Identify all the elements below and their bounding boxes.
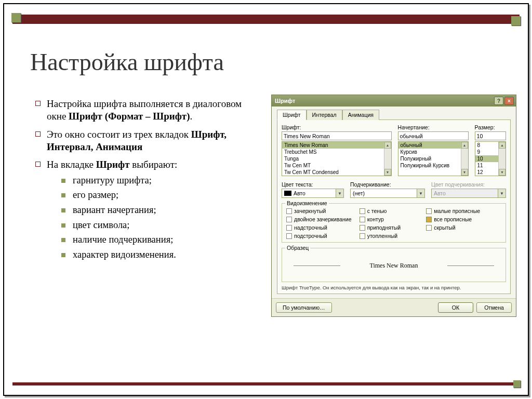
color-combo[interactable]: Авто ▼ xyxy=(282,189,344,198)
sub-bullet-6: характер видоизменения. xyxy=(61,249,254,261)
swatch-icon xyxy=(284,191,291,196)
bullet-3-post: выбирают: xyxy=(130,159,178,170)
sub-bullet-1: гарнитуру шрифта; xyxy=(61,175,254,187)
chevron-down-icon[interactable]: ▼ xyxy=(417,189,424,197)
font-item-1[interactable]: Trebuchet MS xyxy=(282,149,391,155)
tabs: Шрифт Интервал Анимация xyxy=(277,110,511,120)
close-button[interactable]: × xyxy=(504,97,514,105)
tab-panel-font: Шрифт: Times New Roman Trebuchet MS Tung… xyxy=(277,119,511,294)
bullet-1-bold: Шрифт (Формат – Шрифт) xyxy=(69,111,190,122)
bullet-2: Это окно состоит из трех вкладок Шрифт, … xyxy=(35,128,254,154)
chk-superscript[interactable]: надстрочный xyxy=(286,224,355,231)
font-dialog: Шрифт ? × Шрифт Интервал Анимация Шрифт:… xyxy=(271,95,516,317)
ok-button[interactable]: ОК xyxy=(438,302,473,313)
dialog-body: Шрифт Интервал Анимация Шрифт: Times New… xyxy=(272,107,516,298)
slide-content: Настройка шрифта выполняется в диалогово… xyxy=(35,98,254,267)
underline-value: (нет) xyxy=(353,190,365,196)
font-item-3[interactable]: Tw Cen MT xyxy=(282,162,391,169)
size-label: Размер: xyxy=(475,124,506,130)
dialog-title: Шрифт xyxy=(275,98,295,104)
font-listbox[interactable]: Times New Roman Trebuchet MS Tunga Tw Ce… xyxy=(282,141,392,176)
underline-color-value: Авто xyxy=(434,190,446,196)
color-label: Цвет текста: xyxy=(282,181,344,188)
underline-label: Подчеркивание: xyxy=(350,181,425,188)
style-scrollbar[interactable]: ▲ ▼ xyxy=(461,142,468,176)
font-hint: Шрифт TrueType. Он используется для выво… xyxy=(282,285,506,290)
chk-smallcaps[interactable]: малые прописные xyxy=(426,208,501,214)
bullet-1: Настройка шрифта выполняется в диалогово… xyxy=(35,98,254,123)
chk-hidden[interactable]: скрытый xyxy=(426,224,501,231)
font-item-0[interactable]: Times New Roman xyxy=(282,142,391,149)
scroll-down-icon[interactable]: ▼ xyxy=(499,169,506,176)
chk-subscript[interactable]: подстрочный xyxy=(286,233,355,239)
scroll-up-icon[interactable]: ▲ xyxy=(384,142,391,149)
chevron-down-icon[interactable]: ▼ xyxy=(336,189,343,197)
sub-bullet-5: наличие подчеркивания; xyxy=(61,234,254,246)
bullet-3-bold: Шрифт xyxy=(96,159,130,170)
effects-fieldset: Видоизменение зачеркнутый с тенью малые … xyxy=(282,203,506,243)
font-input[interactable] xyxy=(282,131,392,140)
chevron-down-icon: ▼ xyxy=(498,189,506,197)
style-input[interactable] xyxy=(398,131,469,140)
bullet-3-pre: На вкладке xyxy=(47,159,96,170)
size-scrollbar[interactable]: ▲ ▼ xyxy=(498,142,506,176)
color-value: Авто xyxy=(294,190,305,196)
slide: Настройка шрифта Настройка шрифта выполн… xyxy=(3,3,529,396)
sample-legend: Образец xyxy=(285,245,310,251)
scroll-down-icon[interactable]: ▼ xyxy=(384,169,391,176)
sample-fieldset: Образец Times New Roman xyxy=(282,248,506,282)
bullet-2-pre: Это окно состоит из трех вкладок xyxy=(47,129,191,140)
slide-bottom-decor xyxy=(12,382,520,385)
font-item-2[interactable]: Tunga xyxy=(282,155,391,162)
style-item-2[interactable]: Полужирный xyxy=(398,155,468,162)
chk-engrave[interactable]: утопленный xyxy=(360,233,422,239)
tab-font[interactable]: Шрифт xyxy=(277,110,307,120)
dialog-button-bar: По умолчанию… ОК Отмена xyxy=(272,298,516,316)
slide-top-decor xyxy=(12,15,520,24)
tab-interval[interactable]: Интервал xyxy=(307,110,342,120)
sub-bullet-2: его размер; xyxy=(61,189,254,202)
scroll-down-icon[interactable]: ▼ xyxy=(461,169,468,176)
chk-emboss[interactable]: приподнятый xyxy=(360,224,422,231)
tab-animation[interactable]: Анимация xyxy=(342,110,379,120)
sub-bullet-4: цвет символа; xyxy=(61,219,254,232)
slide-title: Настройка шрифта xyxy=(30,48,224,76)
help-button[interactable]: ? xyxy=(494,97,503,105)
style-item-0[interactable]: обычный xyxy=(398,142,468,149)
underline-color-label: Цвет подчеркивания: xyxy=(431,181,506,188)
chk-double-strike[interactable]: двойное зачеркивание xyxy=(286,216,355,222)
bullet-3: На вкладке Шрифт выбирают: гарнитуру шри… xyxy=(35,158,254,261)
default-button[interactable]: По умолчанию… xyxy=(276,302,332,313)
sample-line-right xyxy=(447,265,494,266)
sample-text: Times New Roman xyxy=(370,262,418,270)
size-listbox[interactable]: 8 9 10 11 12 ▲ ▼ xyxy=(475,141,506,176)
size-input[interactable] xyxy=(475,131,506,140)
font-item-4[interactable]: Tw Cen MT Condensed xyxy=(282,169,391,176)
style-item-3[interactable]: Полужирный Курсив xyxy=(398,162,468,169)
font-label: Шрифт: xyxy=(282,124,392,130)
chk-allcaps[interactable]: все прописные xyxy=(426,216,501,222)
effects-legend: Видоизменение xyxy=(285,200,329,206)
sample-line-left xyxy=(294,265,340,266)
chk-strikethrough[interactable]: зачеркнутый xyxy=(286,208,355,214)
underline-color-combo: Авто ▼ xyxy=(431,189,506,198)
chk-outline[interactable]: контур xyxy=(360,216,422,222)
chk-shadow[interactable]: с тенью xyxy=(360,208,422,214)
style-label: Начертание: xyxy=(398,124,469,130)
style-listbox[interactable]: обычный Курсив Полужирный Полужирный Кур… xyxy=(398,141,469,176)
style-item-1[interactable]: Курсив xyxy=(398,149,468,155)
font-scrollbar[interactable]: ▲ ▼ xyxy=(384,142,391,176)
dialog-titlebar[interactable]: Шрифт ? × xyxy=(272,95,516,107)
cancel-button[interactable]: Отмена xyxy=(476,302,512,313)
underline-combo[interactable]: (нет) ▼ xyxy=(350,189,425,198)
scroll-up-icon[interactable]: ▲ xyxy=(461,142,468,149)
sub-bullet-3: вариант начертания; xyxy=(61,204,254,217)
bullet-1-post: . xyxy=(190,111,192,122)
scroll-up-icon[interactable]: ▲ xyxy=(499,142,506,149)
